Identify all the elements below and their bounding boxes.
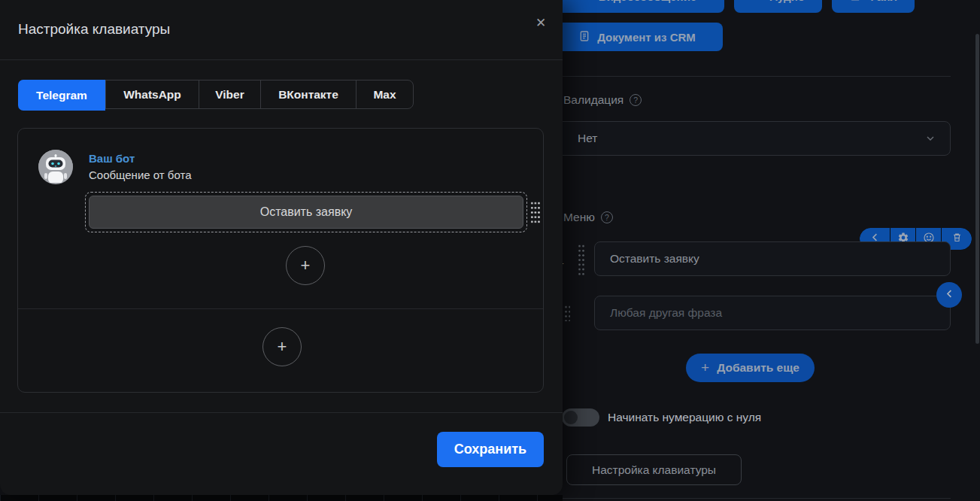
section-divider: [551, 76, 951, 77]
any-phrase-input[interactable]: [594, 296, 951, 330]
crm-document-button[interactable]: Документ из CRM: [551, 23, 723, 51]
save-button[interactable]: Сохранить: [437, 432, 544, 467]
modal-title: Настройка клавиатуры: [18, 21, 170, 38]
app-root: Видеосообщение Аудио Файл Документ из CR…: [0, 0, 980, 501]
crm-document-label: Документ из CRM: [597, 31, 696, 44]
help-glyph: ?: [605, 213, 609, 222]
help-glyph: ?: [633, 96, 638, 105]
bot-avatar: [38, 150, 73, 184]
bot-message: Сообщение от бота: [89, 169, 192, 181]
preview-divider: [18, 308, 543, 309]
table-edge-strip: [0, 495, 563, 501]
keyboard-settings-label: Настройка клавиатуры: [592, 463, 716, 477]
add-keyboard-button[interactable]: +: [286, 246, 325, 285]
messenger-tabs: Telegram WhatsApp Viber ВКонтакте Max: [18, 80, 414, 109]
bot-name: Ваш бот: [89, 152, 135, 165]
menu-label-row: Меню ?: [563, 211, 613, 224]
tab-vkontakte[interactable]: ВКонтакте: [260, 80, 356, 108]
preview-keyboard-button[interactable]: Оставить заявку: [89, 196, 523, 229]
plus-icon: +: [301, 256, 311, 275]
video-camera-icon: [579, 0, 592, 4]
zero-numbering-toggle[interactable]: [562, 408, 599, 427]
keyboard-preview-panel: Ваш бот Сообщение от бота Оставить заявк…: [17, 128, 544, 393]
footer-divider: [0, 412, 563, 413]
keyboard-button-slot: Оставить заявку: [85, 192, 527, 232]
validation-label: Валидация: [563, 93, 623, 107]
menu-label: Меню: [563, 211, 595, 224]
drag-handle[interactable]: [578, 244, 585, 275]
video-message-label: Видеосообщение: [599, 0, 696, 3]
keyboard-settings-button[interactable]: Настройка клавиатуры: [566, 454, 742, 485]
chevron-left-icon: [944, 288, 955, 302]
add-more-button[interactable]: + Добавить еще: [686, 354, 815, 382]
tab-telegram[interactable]: Telegram: [18, 80, 105, 111]
menu-phrase-input[interactable]: [594, 241, 951, 276]
trash-icon: [951, 232, 963, 246]
bottom-divider: [563, 498, 951, 499]
add-keyboard-row-button[interactable]: +: [262, 327, 302, 366]
close-icon[interactable]: ✕: [529, 11, 552, 34]
validation-label-row: Валидация ?: [563, 93, 642, 107]
drag-handle[interactable]: [530, 201, 540, 223]
plus-icon: +: [701, 360, 709, 376]
video-message-button[interactable]: Видеосообщение: [551, 0, 724, 13]
robot-icon: [38, 150, 73, 184]
keyboard-settings-modal: Настройка клавиатуры ✕ Telegram WhatsApp…: [0, 0, 563, 495]
help-icon[interactable]: ?: [630, 94, 642, 106]
tab-whatsapp[interactable]: WhatsApp: [105, 80, 199, 108]
scrollbar[interactable]: [975, 34, 979, 344]
document-icon: [578, 30, 590, 44]
header-divider: [0, 59, 563, 60]
collapse-circle-button[interactable]: [936, 282, 962, 308]
plus-icon: +: [278, 337, 287, 357]
zero-numbering-label: Начинать нумерацию с нуля: [608, 411, 761, 424]
file-label: Файл: [867, 0, 897, 3]
audio-label: Аудио: [769, 0, 805, 3]
file-button[interactable]: Файл: [832, 0, 915, 13]
validation-value: Нет: [578, 132, 597, 145]
file-icon: [849, 0, 860, 3]
audio-button[interactable]: Аудио: [734, 0, 822, 13]
microphone-icon: [751, 0, 763, 3]
tab-max[interactable]: Max: [356, 80, 413, 108]
chevron-down-icon: [924, 132, 936, 147]
toggle-knob: [564, 411, 578, 424]
tab-viber[interactable]: Viber: [199, 80, 260, 108]
drag-handle[interactable]: [564, 305, 570, 321]
validation-select[interactable]: Нет: [551, 121, 951, 156]
help-icon[interactable]: ?: [601, 211, 613, 223]
add-more-label: Добавить еще: [717, 361, 799, 375]
